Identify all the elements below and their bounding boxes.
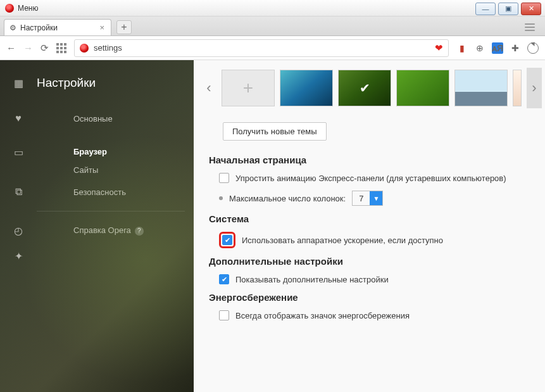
section-system-heading: Система	[209, 213, 545, 224]
tab-strip: ⚙ Настройки × +	[0, 16, 545, 36]
label-power-icon: Всегда отображать значок энергосбережени…	[235, 311, 410, 320]
speed-dial-button[interactable]	[56, 43, 66, 53]
theme-tile-2-selected[interactable]	[338, 70, 391, 106]
themes-carousel: ‹ + ›	[201, 64, 545, 112]
theme-add-tile[interactable]: +	[222, 70, 275, 106]
grid-icon: ▦	[0, 77, 37, 89]
gear-icon: ⚙	[9, 23, 16, 32]
section-advanced-heading: Дополнительные настройки	[209, 256, 545, 267]
bullet-icon	[219, 196, 223, 200]
max-columns-value: 7	[353, 194, 370, 203]
theme-tile-1[interactable]	[280, 70, 333, 106]
adblock-icon[interactable]: ▮	[456, 42, 468, 54]
address-bar[interactable]: ❤	[74, 39, 449, 57]
opera-badge-icon	[80, 44, 89, 53]
new-tab-button[interactable]: +	[116, 20, 132, 34]
sidebar-item-basic[interactable]: Основные	[73, 110, 113, 128]
sync-icon[interactable]: ⊕	[474, 42, 485, 54]
reload-button[interactable]: ⟳	[41, 42, 49, 54]
tab-title: Настройки	[20, 23, 58, 32]
devices-icon: ⧉	[0, 186, 37, 198]
heart-icon: ♥	[0, 113, 37, 124]
checkbox-show-advanced[interactable]	[219, 274, 229, 284]
menu-button[interactable]: Меню	[18, 4, 38, 13]
themes-next-button[interactable]: ›	[527, 68, 542, 108]
sidebar-item-sites[interactable]: Сайты	[73, 161, 107, 179]
opera-logo-icon	[5, 4, 14, 13]
clock-icon: ◴	[0, 225, 37, 237]
section-startpage-heading: Начальная страница	[209, 155, 545, 165]
url-input[interactable]	[94, 43, 430, 53]
theme-tile-4[interactable]	[454, 70, 508, 106]
settings-content: ‹ + › Получить новые темы Начальная стра…	[194, 60, 545, 392]
label-simplify-animation: Упростить анимацию Экспресс-панели (для …	[235, 174, 506, 183]
chevron-down-icon[interactable]: ▼	[370, 191, 382, 205]
maximize-button[interactable]: ▣	[498, 3, 518, 15]
tab-settings[interactable]: ⚙ Настройки ×	[4, 19, 111, 35]
nav-toolbar: ← → ⟳ ❤ ▮ ⊕ ᴀЯ ✚	[0, 36, 545, 60]
extensions-icon[interactable]: ✚	[510, 42, 521, 54]
minimize-button[interactable]: —	[475, 3, 496, 15]
sidebar-title: Настройки	[37, 76, 96, 90]
label-show-advanced: Показывать дополнительные настройки	[235, 275, 389, 284]
bookmark-heart-icon[interactable]: ❤	[435, 42, 443, 54]
sidebar-item-browser[interactable]: Браузер	[73, 142, 107, 161]
label-hardware-accel: Использовать аппаратное ускорение, если …	[242, 236, 443, 245]
section-power-heading: Энергосбережение	[209, 292, 545, 303]
sidebar-item-help[interactable]: Справка Opera?	[73, 221, 144, 240]
close-button[interactable]: ✕	[521, 3, 541, 15]
checkbox-simplify-animation[interactable]	[219, 173, 229, 183]
window-titlebar: Меню — ▣ ✕	[0, 0, 545, 16]
refresh-extension-icon[interactable]	[527, 42, 539, 54]
tab-close-button[interactable]: ×	[99, 23, 104, 32]
puzzle-icon: ✦	[0, 250, 37, 262]
label-max-columns: Максимальное число колонок:	[229, 194, 346, 203]
settings-sidebar: ▦ Настройки ♥ Основные ▭ Браузер Сайты ⧉…	[0, 60, 194, 392]
help-hint-icon: ?	[135, 227, 144, 236]
translate-icon[interactable]: ᴀЯ	[492, 42, 503, 54]
highlight-annotation	[219, 232, 235, 248]
forward-button[interactable]: →	[23, 42, 33, 53]
browser-icon: ▭	[0, 142, 37, 158]
theme-tile-5[interactable]	[513, 70, 522, 106]
checkbox-hardware-accel[interactable]	[222, 235, 232, 245]
sidebar-item-security[interactable]: Безопасность	[73, 183, 126, 201]
theme-tile-3[interactable]	[396, 70, 449, 106]
max-columns-select[interactable]: 7 ▼	[352, 191, 383, 206]
back-button[interactable]: ←	[6, 42, 16, 53]
themes-prev-button[interactable]: ‹	[201, 68, 216, 108]
checkbox-power-icon[interactable]	[219, 310, 229, 320]
tab-menu-button[interactable]	[521, 20, 539, 34]
get-themes-button[interactable]: Получить новые темы	[223, 122, 327, 141]
